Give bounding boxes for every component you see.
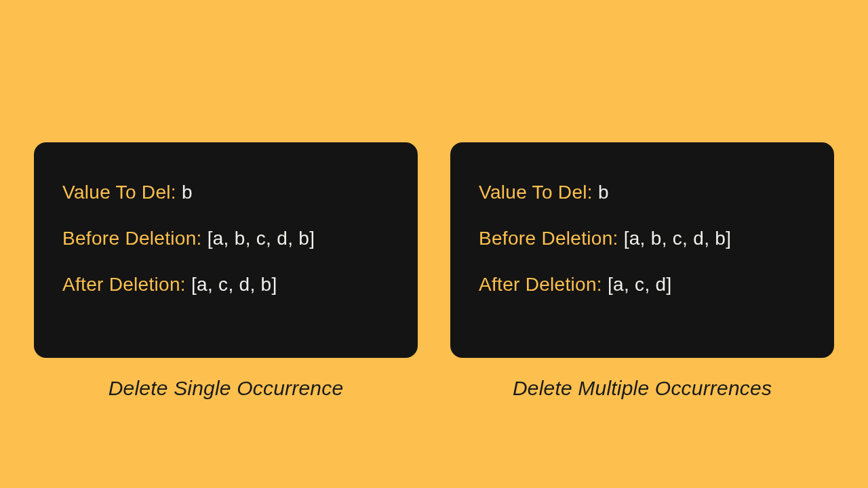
- right-value-to-del-label: Value To Del:: [479, 182, 598, 203]
- right-panel: Value To Del: b Before Deletion: [a, b, …: [450, 142, 834, 400]
- left-value-to-del-value: b: [182, 182, 193, 203]
- right-value-to-del-line: Value To Del: b: [479, 182, 806, 203]
- right-code-box: Value To Del: b Before Deletion: [a, b, …: [450, 142, 834, 358]
- left-panel: Value To Del: b Before Deletion: [a, b, …: [34, 142, 418, 400]
- right-before-line: Before Deletion: [a, b, c, d, b]: [479, 228, 806, 249]
- right-value-to-del-value: b: [598, 182, 609, 203]
- right-after-value: [a, c, d]: [608, 274, 672, 295]
- right-caption: Delete Multiple Occurrences: [513, 377, 772, 400]
- left-before-label: Before Deletion:: [62, 228, 208, 249]
- left-after-value: [a, c, d, b]: [191, 274, 277, 295]
- left-code-box: Value To Del: b Before Deletion: [a, b, …: [34, 142, 418, 358]
- left-caption: Delete Single Occurrence: [108, 377, 344, 400]
- left-value-to-del-label: Value To Del:: [62, 182, 182, 203]
- right-after-line: After Deletion: [a, c, d]: [479, 274, 806, 296]
- left-after-label: After Deletion:: [62, 274, 191, 295]
- left-before-value: [a, b, c, d, b]: [208, 228, 315, 249]
- left-value-to-del-line: Value To Del: b: [62, 182, 389, 203]
- left-before-line: Before Deletion: [a, b, c, d, b]: [62, 228, 389, 249]
- left-after-line: After Deletion: [a, c, d, b]: [62, 274, 389, 296]
- right-before-value: [a, b, c, d, b]: [624, 228, 732, 249]
- right-before-label: Before Deletion:: [479, 228, 624, 249]
- right-after-label: After Deletion:: [479, 274, 608, 295]
